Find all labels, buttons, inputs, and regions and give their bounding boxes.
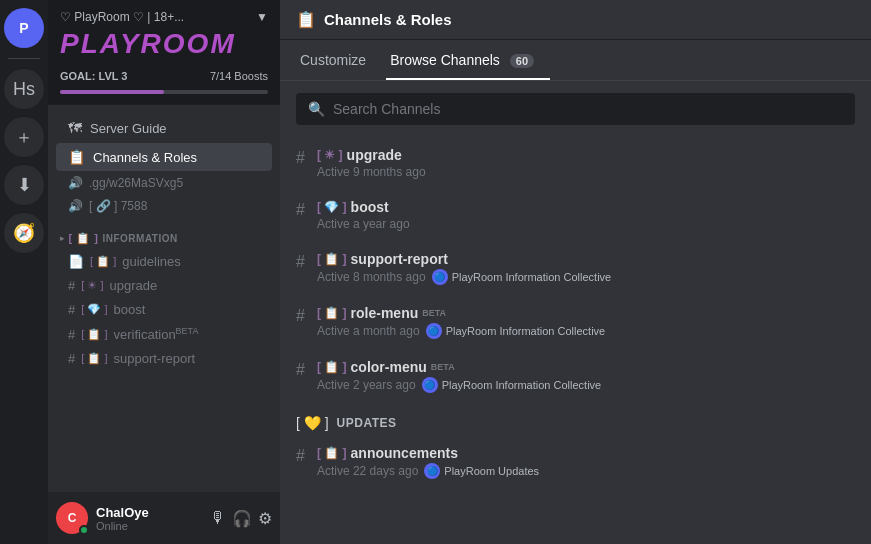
color-menu-name: color-menu: [351, 359, 427, 375]
channel-entry-role-menu[interactable]: # [ 📋 ] role-menuBETA Active a month ago…: [280, 295, 871, 349]
channel-meta-support: Active 8 months ago 🔵 PlayRoom Informati…: [317, 269, 855, 285]
channel-boost-label: boost: [113, 302, 145, 317]
channel-info-role-menu: [ 📋 ] role-menuBETA Active a month ago 🔵…: [317, 305, 855, 339]
search-icon: 🔍: [308, 101, 325, 117]
announcements-name: announcements: [351, 445, 458, 461]
voice-channel-7588-label: [ 🔗 ] 7588: [89, 199, 147, 213]
upgrade-bracket: [ ☀ ]: [81, 279, 103, 292]
voice-channel-7588[interactable]: 🔊 [ 🔗 ] 7588: [56, 195, 272, 217]
announcements-activity: Active 22 days ago: [317, 464, 418, 478]
channel-boost[interactable]: # [ 💎 ] boost: [56, 298, 272, 321]
category-information-icon: [ 📋 ]: [69, 232, 99, 245]
chevron-down-icon[interactable]: ▼: [256, 10, 268, 24]
home-button[interactable]: Hs: [4, 69, 44, 109]
channel-verification-label: verificationBETA: [113, 326, 198, 342]
support-activity: Active 8 months ago: [317, 270, 426, 284]
deafen-icon[interactable]: 🎧: [232, 509, 252, 528]
sidebar-content: 🗺 Server Guide 📋 Channels & Roles 🔊 .gg/…: [48, 105, 280, 492]
channels-roles-icon: 📋: [68, 149, 85, 165]
channel-entry-announcements[interactable]: # [ 📋 ] announcements Active 22 days ago…: [280, 435, 871, 489]
speaker-icon-2: 🔊: [68, 199, 83, 213]
tabs-bar: Customize Browse Channels 60: [280, 40, 871, 81]
icon-bar: P Hs ＋ ⬇ 🧭: [0, 0, 48, 544]
boost-bar-bg: [60, 90, 268, 94]
channel-support-report-label: support-report: [113, 351, 195, 366]
channel-support-report[interactable]: # [ 📋 ] support-report: [56, 347, 272, 370]
voice-channel-gg-label: .gg/w26MaSVxg5: [89, 176, 183, 190]
hash-icon-boost: #: [68, 302, 75, 317]
boost-activity: Active a year ago: [317, 217, 410, 231]
tab-browse-channels-label: Browse Channels: [390, 52, 500, 68]
hash-icon-support: #: [68, 351, 75, 366]
hash-icon-verification: #: [68, 327, 75, 342]
add-server-button[interactable]: ＋: [4, 117, 44, 157]
hash-symbol-support: #: [296, 253, 305, 271]
sidebar: ♡ PlayRoom ♡ | 18+... ▼ PLAYROOM GOAL: L…: [48, 0, 280, 544]
settings-icon[interactable]: ⚙: [258, 509, 272, 528]
updates-category-label: UPDATES: [337, 416, 397, 430]
hash-icon-upgrade: #: [68, 278, 75, 293]
channel-name-color-menu: [ 📋 ] color-menuBETA: [317, 359, 855, 375]
user-info: ChalOye Online: [96, 505, 202, 532]
download-icon: ⬇: [17, 174, 32, 196]
support-collective-name: PlayRoom Information Collective: [452, 271, 612, 283]
server-icon[interactable]: P: [4, 8, 44, 48]
download-button[interactable]: ⬇: [4, 165, 44, 205]
color-menu-activity: Active 2 years ago: [317, 378, 416, 392]
channel-entry-boost[interactable]: # [ 💎 ] boost Active a year ago: [280, 189, 871, 241]
hash-symbol-role-menu: #: [296, 307, 305, 325]
channel-info-announcements: [ 📋 ] announcements Active 22 days ago 🔵…: [317, 445, 855, 479]
channel-meta-announcements: Active 22 days ago 🔵 PlayRoom Updates: [317, 463, 855, 479]
sidebar-item-server-guide[interactable]: 🗺 Server Guide: [56, 114, 272, 142]
channel-name-role-menu: [ 📋 ] role-menuBETA: [317, 305, 855, 321]
channel-meta-role-menu: Active a month ago 🔵 PlayRoom Informatio…: [317, 323, 855, 339]
search-input[interactable]: [333, 101, 843, 117]
user-status: Online: [96, 520, 202, 532]
tab-browse-channels[interactable]: Browse Channels 60: [386, 40, 550, 80]
home-icon: Hs: [13, 79, 35, 100]
channels-roles-label: Channels & Roles: [93, 150, 197, 165]
channel-entry-upgrade[interactable]: # [ ☀ ] upgrade Active 9 months ago: [280, 137, 871, 189]
main-header: 📋 Channels & Roles: [280, 0, 871, 40]
discover-button[interactable]: 🧭: [4, 213, 44, 253]
boost-bracket: [ 💎 ]: [81, 303, 107, 316]
support-emoji: [ 📋 ]: [317, 252, 347, 266]
boost-name: boost: [351, 199, 389, 215]
channel-name-announcements: [ 📋 ] announcements: [317, 445, 855, 461]
channel-verification[interactable]: # [ 📋 ] verificationBETA: [56, 322, 272, 346]
channel-meta-upgrade: Active 9 months ago: [317, 165, 855, 179]
goal-label: GOAL: LVL 3: [60, 70, 127, 82]
divider: [8, 58, 40, 59]
updates-category-icon: [ 💛 ]: [296, 415, 329, 431]
support-bracket: [ 📋 ]: [81, 352, 107, 365]
category-information[interactable]: ▸ [ 📋 ] INFORMATION: [48, 218, 280, 249]
server-name-row: ♡ PlayRoom ♡ | 18+... ▼: [60, 10, 268, 24]
search-bar[interactable]: 🔍: [296, 93, 855, 125]
color-menu-collective-name: PlayRoom Information Collective: [442, 379, 602, 391]
chevron-right-icon: ▸: [60, 234, 65, 243]
server-icon-label: P: [19, 20, 28, 36]
boost-count[interactable]: 7/14 Boosts: [210, 70, 268, 82]
channel-meta-color-menu: Active 2 years ago 🔵 PlayRoom Informatio…: [317, 377, 855, 393]
mute-icon[interactable]: 🎙: [210, 509, 226, 528]
channel-entry-color-menu[interactable]: # [ 📋 ] color-menuBETA Active 2 years ag…: [280, 349, 871, 403]
collective-icon-role-menu: 🔵: [426, 323, 442, 339]
channel-upgrade[interactable]: # [ ☀ ] upgrade: [56, 274, 272, 297]
server-guide-label: Server Guide: [90, 121, 167, 136]
main-header-title: Channels & Roles: [324, 11, 452, 28]
boost-row: GOAL: LVL 3 7/14 Boosts: [60, 64, 268, 86]
speaker-icon: 🔊: [68, 176, 83, 190]
channel-entry-support-report[interactable]: # [ 📋 ] support-report Active 8 months a…: [280, 241, 871, 295]
channel-guidelines[interactable]: 📄 [ 📋 ] guidelines: [56, 250, 272, 273]
role-menu-collective: 🔵 PlayRoom Information Collective: [426, 323, 606, 339]
sidebar-item-channels-roles[interactable]: 📋 Channels & Roles: [56, 143, 272, 171]
channels-roles-header-icon: 📋: [296, 10, 316, 29]
tab-customize[interactable]: Customize: [296, 40, 382, 80]
channel-name-support: [ 📋 ] support-report: [317, 251, 855, 267]
channel-name-upgrade: [ ☀ ] upgrade: [317, 147, 855, 163]
voice-channel-gg[interactable]: 🔊 .gg/w26MaSVxg5: [56, 172, 272, 194]
tab-customize-label: Customize: [300, 52, 366, 68]
announcements-emoji: [ 📋 ]: [317, 446, 347, 460]
channel-meta-boost: Active a year ago: [317, 217, 855, 231]
upgrade-name: upgrade: [347, 147, 402, 163]
